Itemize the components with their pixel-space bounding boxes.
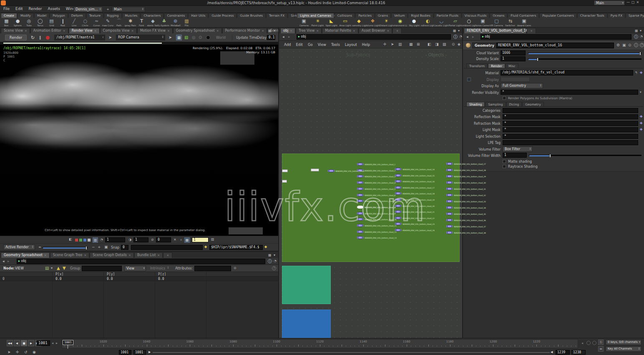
- close-icon[interactable]: ×: [44, 254, 47, 257]
- plus-icon[interactable]: ＋: [106, 8, 110, 11]
- tool-sphere[interactable]: ●Sphere: [12, 18, 23, 27]
- tab-guide-process[interactable]: Guide Process: [209, 13, 236, 18]
- tab-rigid-bodies[interactable]: Rigid Bodies: [408, 13, 433, 18]
- plug-icon[interactable]: ✚: [640, 122, 643, 125]
- close-icon[interactable]: ×: [128, 254, 131, 257]
- pane-grid-icon[interactable]: ▦: [635, 29, 638, 33]
- close-icon[interactable]: ×: [84, 254, 86, 257]
- tool-tube[interactable]: ◎Tube: [23, 18, 35, 27]
- tab-modify[interactable]: Modify: [18, 13, 34, 18]
- density-scale-slider[interactable]: [528, 58, 641, 60]
- search-icon[interactable]: ⊙: [628, 43, 631, 47]
- link-badge[interactable]: 1: [634, 35, 638, 39]
- add-icon[interactable]: ＋: [179, 238, 183, 242]
- gamma-field[interactable]: 1: [133, 237, 148, 242]
- render-viewport[interactable]: [0, 45, 278, 236]
- network-node[interactable]: RENDER_ENV_VOL_bottom_cloud_22: [396, 217, 400, 219]
- info-icon[interactable]: i: [634, 43, 638, 47]
- tab-grains[interactable]: Grains: [375, 13, 391, 18]
- tab-muscles[interactable]: Muscles: [122, 13, 141, 18]
- cursor-icon[interactable]: ➤: [391, 43, 394, 46]
- new-tab-button[interactable]: ＋: [163, 252, 172, 258]
- follow-playhead-icon[interactable]: ➤: [8, 350, 11, 354]
- network-node[interactable]: RENDER_ENV_VOL_bottom_cloud_24: [396, 229, 400, 232]
- tab-geometry-spreadsheet[interactable]: Geometry Spreadsheet×: [1, 252, 50, 258]
- tool-switcher[interactable]: ⇆Switcher: [503, 18, 517, 27]
- window-button[interactable]: □: [631, 0, 635, 4]
- network-node[interactable]: RENDER_ENV_VOL_bottom_cloud_34: [447, 206, 452, 209]
- network-node[interactable]: RENDER_ENV_VOL_bottom_cloud_7: [358, 199, 362, 202]
- channel-alpha-icon[interactable]: [88, 239, 91, 242]
- presets-icon[interactable]: ▣: [622, 43, 626, 47]
- network-node[interactable]: RENDER_ENV_VOL_bottom_cloud_14: [396, 168, 400, 171]
- tool-draw-curve[interactable]: ✎Draw Curve: [102, 18, 113, 27]
- close-icon[interactable]: ×: [157, 254, 160, 257]
- pin-icon[interactable]: ◔: [274, 259, 277, 263]
- tool-torus[interactable]: ◯Torus: [35, 18, 46, 27]
- slider-handle[interactable]: [537, 58, 538, 61]
- dropdown-icon[interactable]: ▾: [51, 267, 53, 270]
- close-icon[interactable]: ×: [167, 29, 170, 33]
- back-icon[interactable]: ◂: [282, 35, 284, 39]
- compare-icon[interactable]: ◔: [100, 238, 103, 242]
- split-view-icon[interactable]: ▥: [93, 237, 98, 243]
- forward-icon[interactable]: ▸: [288, 35, 290, 39]
- network-node[interactable]: RENDER_ENV_VOL_bottom_cloud_11: [358, 224, 362, 227]
- tool-onboard-camera[interactable]: ▣Onboard Camera: [517, 18, 531, 27]
- light-selection-field[interactable]: *: [503, 134, 638, 139]
- tab-character-tools[interactable]: Character Tools: [577, 13, 607, 18]
- tool-caustic-light[interactable]: ◡Caustic Light: [435, 18, 448, 27]
- tab-populate-containers[interactable]: Populate Containers: [539, 13, 577, 18]
- close-icon[interactable]: ×: [353, 29, 355, 33]
- tool-rod[interactable]: ❙Rod: [57, 18, 68, 27]
- tab-create[interactable]: Create: [1, 13, 17, 18]
- tool-camera[interactable]: ▣Camera: [297, 18, 311, 27]
- tab-hair-utils[interactable]: Hair Utils: [188, 13, 208, 18]
- snapshot-slider[interactable]: [43, 247, 88, 248]
- offset-icon[interactable]: ⊘: [151, 238, 154, 242]
- tool-area-light[interactable]: ▭Area Light: [338, 18, 352, 27]
- tool-volume-light[interactable]: ❖Volume Light: [366, 18, 380, 27]
- playback-range-start-field[interactable]: 1001: [133, 350, 146, 355]
- step-back-button[interactable]: ◀: [14, 340, 20, 346]
- density-scale-field[interactable]: 1: [501, 56, 526, 61]
- tab-animation-editor[interactable]: Animation Editor×: [30, 28, 68, 33]
- network-menu-go[interactable]: Go: [308, 43, 313, 47]
- node-jump-icon[interactable]: ↰: [635, 71, 638, 75]
- overview-icon[interactable]: ◈: [458, 43, 460, 46]
- desktop-selector[interactable]: Dennis_sim...↕: [73, 7, 103, 12]
- network-node[interactable]: [311, 169, 319, 171]
- network-menu-tools[interactable]: Tools: [331, 43, 340, 47]
- tool-portal-light[interactable]: ▱Portal Light: [448, 18, 462, 27]
- lut-icon[interactable]: ▩: [184, 237, 190, 243]
- tab-collisions[interactable]: Collisions: [335, 13, 355, 18]
- stop-icon[interactable]: [46, 36, 50, 40]
- display-as-dropdown[interactable]: Full Geometry↕: [501, 83, 543, 88]
- gear-icon[interactable]: ⚙: [616, 43, 620, 47]
- pin-icon[interactable]: ◔: [640, 35, 643, 38]
- network-node[interactable]: RENDER_ENV_VOL_bottom_cloud_5: [358, 187, 362, 190]
- vf-width-field[interactable]: 1: [503, 153, 527, 158]
- window-button[interactable]: —: [626, 0, 630, 4]
- render-mode-selector[interactable]: Active Render↕: [3, 244, 35, 250]
- region-icon[interactable]: ▦: [176, 35, 182, 40]
- network-node[interactable]: [282, 180, 287, 183]
- key-mode-dropdown[interactable]: Key All Channels↕: [606, 346, 641, 352]
- arrow-down-icon[interactable]: ▼: [63, 266, 66, 270]
- param-path-field[interactable]: ▸ obj: [480, 34, 631, 40]
- subdiv-checkbox[interactable]: [503, 96, 506, 100]
- wrench-icon[interactable]: ✛: [383, 43, 387, 46]
- param-pane-tab[interactable]: RENDER_ENV_VOL_bottom_cloud_16×: [464, 28, 526, 33]
- pane-grid-icon[interactable]: ▦: [268, 29, 272, 33]
- tab-geometry-spreadsheet[interactable]: Geometry Spreadsheet×: [173, 28, 222, 33]
- network-node[interactable]: RENDER_ENV_VOL_bottom_cloud_37: [447, 225, 452, 228]
- tab-sparse-pyro-fx[interactable]: Sparse Pyro FX: [626, 13, 644, 18]
- cell-value[interactable]: 0.0: [158, 277, 164, 281]
- cursor-icon[interactable]: ➤: [108, 35, 112, 40]
- snapshot-icon[interactable]: ▥: [398, 43, 402, 46]
- tab-viscous-fluids[interactable]: Viscous Fluids: [462, 13, 490, 18]
- network-node[interactable]: RENDER_ENV_VOL_bottom_cloud_23: [396, 222, 400, 225]
- global-range-start-field[interactable]: 1001: [119, 350, 131, 355]
- pane-menu-icon[interactable]: ▾: [274, 254, 275, 257]
- close-icon[interactable]: ×: [387, 29, 390, 33]
